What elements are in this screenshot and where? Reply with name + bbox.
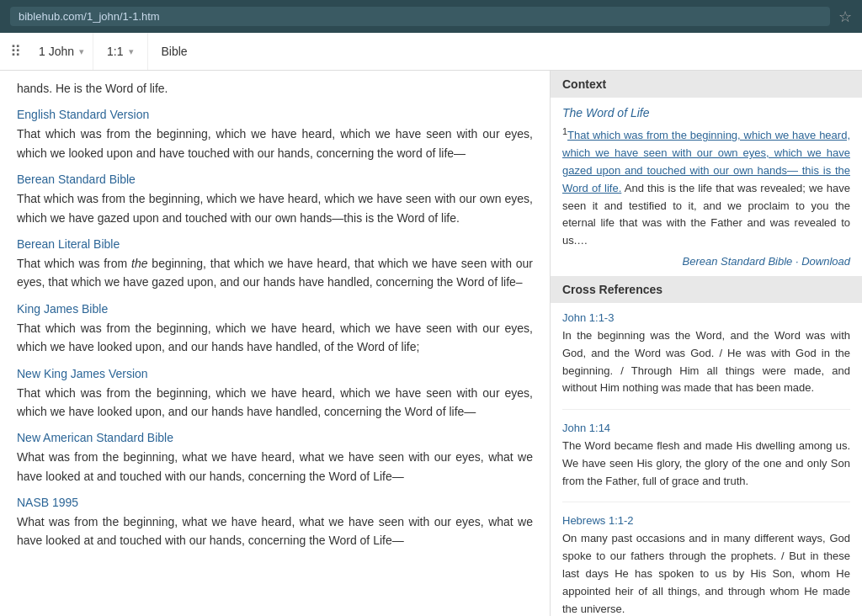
verse-text-kjb: That which was from the beginning, which… (17, 319, 533, 357)
cross-ref-item-0: John 1:1-3 In the beginning was the Word… (562, 311, 850, 410)
grid-icon[interactable]: ⠿ (10, 42, 22, 61)
intro-text: hands. He is the Word of life. (17, 79, 533, 98)
context-source-label: Berean Standard Bible (683, 255, 793, 268)
verse-text-nasb1995: What was from the beginning, what we hav… (17, 512, 533, 550)
verse-text-nasb: What was from the beginning, what we hav… (17, 448, 533, 486)
cross-references-section: Cross References John 1:1-3 In the begin… (551, 276, 862, 616)
cross-ref-link-1[interactable]: John 1:14 (562, 422, 850, 434)
cross-references-header: Cross References (551, 276, 862, 303)
ref-selector[interactable]: 1:1 ▾ (93, 33, 147, 70)
context-title: Context (562, 77, 606, 91)
cross-ref-link-2[interactable]: Hebrews 1:1-2 (562, 514, 850, 527)
book-chevron-icon: ▾ (79, 46, 84, 57)
context-header: Context (551, 71, 862, 98)
cross-ref-text-0: In the beginning was the Word, and the W… (562, 327, 850, 397)
context-source-link[interactable]: Berean Standard Bible · Download (683, 255, 850, 268)
book-selector[interactable]: 1 John ▾ (30, 33, 93, 70)
browser-url[interactable]: biblehub.com/1_john/1-1.htm (10, 7, 830, 26)
version-title-nasb[interactable]: New American Standard Bible (17, 431, 533, 444)
cross-ref-item-1: John 1:14 The Word became flesh and made… (562, 422, 850, 502)
browser-bar: biblehub.com/1_john/1-1.htm ☆ (0, 0, 862, 33)
verse-text-bsb: That which was from the beginning, which… (17, 189, 533, 227)
cross-ref-text-1: The Word became flesh and made His dwell… (562, 438, 850, 490)
verse-text-esv: That which was from the beginning, which… (17, 125, 533, 162)
version-title-nasb1995[interactable]: NASB 1995 (17, 496, 533, 509)
context-text: 1That which was from the beginning, whic… (562, 125, 850, 250)
context-body: The Word of Life 1That which was from th… (551, 98, 862, 276)
star-icon[interactable]: ☆ (838, 8, 852, 26)
ref-value: 1:1 (107, 45, 123, 58)
bible-label: Bible (162, 45, 188, 58)
cross-references-title: Cross References (562, 283, 662, 296)
verse-text-nkjv: That which was from the beginning, which… (17, 384, 533, 422)
version-title-bsb[interactable]: Berean Standard Bible (17, 173, 533, 186)
ref-chevron-icon: ▾ (129, 46, 134, 57)
passage-title[interactable]: The Word of Life (562, 106, 850, 119)
cross-ref-item-2: Hebrews 1:1-2 On many past occasions and… (562, 514, 850, 616)
cross-ref-link-0[interactable]: John 1:1-3 (562, 311, 850, 324)
nav-bar: ⠿ 1 John ▾ 1:1 ▾ Bible (0, 33, 862, 71)
context-section: Context The Word of Life 1That which was… (551, 71, 862, 276)
version-title-esv[interactable]: English Standard Version (17, 108, 533, 121)
main-layout: hands. He is the Word of life. English S… (0, 71, 862, 616)
bible-selector[interactable]: Bible (148, 33, 201, 70)
book-name: 1 John (39, 45, 74, 58)
version-title-kjb[interactable]: King James Bible (17, 302, 533, 316)
content-area: hands. He is the Word of life. English S… (0, 71, 551, 616)
version-title-nkjv[interactable]: New King James Version (17, 367, 533, 380)
download-link[interactable]: Download (801, 255, 850, 268)
cross-ref-text-2: On many past occasions and in many diffe… (562, 530, 850, 616)
sidebar: Context The Word of Life 1That which was… (551, 71, 862, 616)
cross-references-body: John 1:1-3 In the beginning was the Word… (551, 303, 862, 616)
context-separator: · (792, 255, 801, 268)
verse-text-blb: That which was from the beginning, that … (17, 254, 533, 292)
context-source: Berean Standard Bible · Download (562, 255, 850, 268)
version-title-blb[interactable]: Berean Literal Bible (17, 237, 533, 251)
